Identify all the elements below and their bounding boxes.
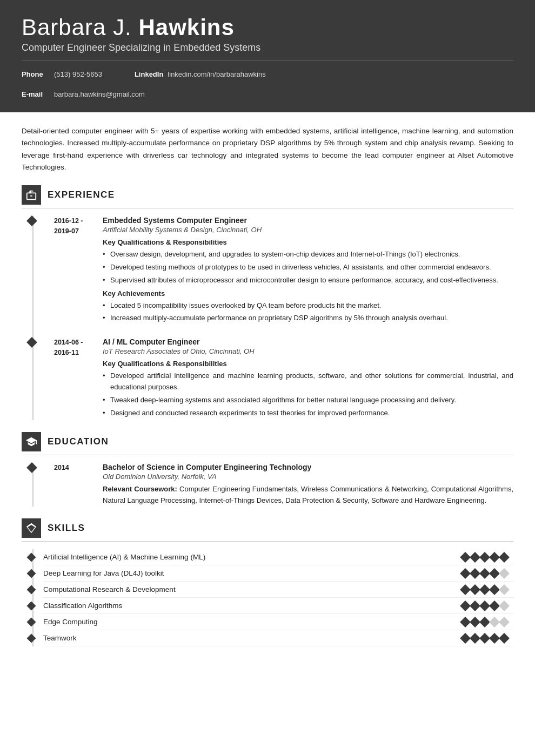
- skill-bullet-5: [27, 633, 36, 643]
- candidate-subtitle: Computer Engineer Specializing in Embedd…: [22, 42, 513, 53]
- entry-content-1: Embedded Systems Computer Engineer Artif…: [103, 216, 513, 326]
- job-title-2: AI / ML Computer Engineer: [103, 338, 513, 346]
- qual-item-1-1: Developed testing methods of prototypes …: [103, 262, 513, 273]
- entry-bullet-2: [26, 337, 37, 348]
- edu-content-1: Bachelor of Science in Computer Engineer…: [103, 463, 513, 507]
- qual-item-2-2: Designed and conducted research experime…: [103, 408, 513, 419]
- qual-label-1: Key Qualifications & Responsibilities: [103, 238, 513, 246]
- experience-timeline: 2016-12 - 2019-07 Embedded Systems Compu…: [22, 216, 513, 420]
- edu-date-1: 2014: [54, 463, 103, 507]
- education-entry-1: 2014 Bachelor of Science in Computer Eng…: [54, 463, 513, 507]
- entry-bullet-1: [26, 215, 37, 226]
- edu-degree-1: Bachelor of Science in Computer Engineer…: [103, 463, 513, 471]
- last-name: Hawkins: [138, 15, 234, 40]
- linkedin-label: LinkedIn: [135, 70, 163, 78]
- qual-item-1-2: Supervised attributes of microprocessor …: [103, 275, 513, 286]
- skill-dots-1: [462, 570, 508, 577]
- header-divider: [22, 60, 513, 60]
- contact-info-row2: E-mail barbara.hawkins@gmail.com: [22, 90, 513, 100]
- skill-dots-2: [462, 586, 508, 593]
- experience-title: EXPERIENCE: [48, 190, 115, 200]
- skills-icon: [22, 518, 41, 538]
- skill-dot-1-4: [499, 568, 510, 579]
- phone-value: (513) 952-5653: [54, 70, 102, 78]
- skill-name-0: Artificial Intelligence (AI) & Machine L…: [43, 553, 462, 561]
- skill-item-5: Teamwork: [43, 630, 513, 646]
- skill-dot-2-4: [499, 584, 510, 595]
- linkedin-value: linkedin.com/in/barbarahawkins: [168, 70, 265, 78]
- achieve-item-1-1: Increased multiply-accumulate performanc…: [103, 313, 513, 324]
- qualifications-list-1: Oversaw design, development, and upgrade…: [103, 249, 513, 286]
- first-name: Barbara J.: [22, 15, 138, 40]
- skill-item-1: Deep Learning for Java (DL4J) toolkit: [43, 565, 513, 582]
- skill-name-2: Computational Research & Development: [43, 585, 462, 593]
- qual-label-2: Key Qualifications & Responsibilities: [103, 360, 513, 368]
- qual-item-1-0: Oversaw design, development, and upgrade…: [103, 249, 513, 260]
- contact-info: Phone (513) 952-5653 LinkedIn linkedin.c…: [22, 70, 513, 80]
- education-icon: [22, 432, 41, 451]
- edu-bullet-1: [26, 463, 37, 474]
- education-section-header: EDUCATION: [22, 432, 513, 455]
- skills-section: SKILLS Artificial Intelligence (AI) & Ma…: [22, 518, 513, 646]
- skill-dots-3: [462, 602, 508, 610]
- qualifications-list-2: Developed artificial intelligence and ma…: [103, 370, 513, 418]
- skill-item-3: Classification Algorithms: [43, 598, 513, 614]
- experience-entry-2: 2014-06 - 2016-11 AI / ML Computer Engin…: [54, 338, 513, 420]
- contact-email: E-mail barbara.hawkins@gmail.com: [22, 90, 145, 98]
- skill-dot-3-4: [499, 600, 510, 611]
- qual-item-2-0: Developed artificial intelligence and ma…: [103, 370, 513, 393]
- skill-bullet-1: [27, 569, 36, 578]
- skill-bullet-3: [27, 601, 36, 610]
- coursework-label: Relevant Coursework:: [103, 485, 177, 493]
- skill-name-1: Deep Learning for Java (DL4J) toolkit: [43, 569, 462, 577]
- skill-dot-0-4: [499, 552, 510, 563]
- skill-item-2: Computational Research & Development: [43, 582, 513, 598]
- company-2: IoT Research Associates of Ohio, Cincinn…: [103, 347, 513, 355]
- education-section: EDUCATION 2014 Bachelor of Science in Co…: [22, 432, 513, 507]
- skill-dot-4-4: [499, 617, 510, 627]
- skill-item-4: Edge Computing: [43, 614, 513, 630]
- resume-main: Detail-oriented computer engineer with 5…: [0, 112, 535, 673]
- experience-icon: [22, 185, 41, 205]
- entry-date-2: 2014-06 - 2016-11: [54, 338, 103, 420]
- skills-title: SKILLS: [48, 523, 85, 534]
- svg-rect-0: [30, 195, 32, 197]
- email-label: E-mail: [22, 90, 50, 98]
- skill-bullet-2: [27, 585, 36, 594]
- phone-label: Phone: [22, 70, 50, 78]
- contact-linkedin: LinkedIn linkedin.com/in/barbarahawkins: [135, 70, 266, 78]
- qual-item-2-1: Tweaked deep-learning systems and associ…: [103, 395, 513, 406]
- edu-coursework-1: Relevant Coursework: Computer Engineerin…: [103, 484, 513, 507]
- experience-entry-1: 2016-12 - 2019-07 Embedded Systems Compu…: [54, 216, 513, 326]
- achieve-item-1-0: Located 5 incompatibility issues overloo…: [103, 300, 513, 312]
- summary-text: Detail-oriented computer engineer with 5…: [22, 125, 513, 173]
- skill-name-3: Classification Algorithms: [43, 602, 462, 610]
- resume-header: Barbara J. Hawkins Computer Engineer Spe…: [0, 0, 535, 112]
- skill-dots-5: [462, 634, 508, 642]
- skill-bullet-4: [27, 617, 36, 626]
- briefcase-icon: [25, 189, 37, 201]
- entry-date-1: 2016-12 - 2019-07: [54, 216, 103, 326]
- education-title: EDUCATION: [48, 436, 109, 447]
- contact-phone: Phone (513) 952-5653: [22, 70, 102, 78]
- email-value: barbara.hawkins@gmail.com: [54, 90, 145, 98]
- skill-dots-4: [462, 618, 508, 626]
- achieve-label-1: Key Achievements: [103, 289, 513, 298]
- entry-content-2: AI / ML Computer Engineer IoT Research A…: [103, 338, 513, 420]
- edu-school-1: Old Dominion University, Norfolk, VA: [103, 473, 513, 481]
- skills-section-header: SKILLS: [22, 518, 513, 542]
- candidate-name: Barbara J. Hawkins: [22, 15, 513, 40]
- experience-section-header: EXPERIENCE: [22, 185, 513, 208]
- skill-item-0: Artificial Intelligence (AI) & Machine L…: [43, 549, 513, 565]
- skills-list: Artificial Intelligence (AI) & Machine L…: [22, 549, 513, 646]
- education-timeline: 2014 Bachelor of Science in Computer Eng…: [22, 463, 513, 507]
- skill-bullet-0: [27, 552, 36, 562]
- skill-dots-0: [462, 554, 508, 561]
- skills-diamond-icon: [25, 522, 37, 534]
- experience-section: EXPERIENCE 2016-12 - 2019-07 Embedded Sy…: [22, 185, 513, 420]
- achievements-list-1: Located 5 incompatibility issues overloo…: [103, 300, 513, 325]
- job-title-1: Embedded Systems Computer Engineer: [103, 216, 513, 225]
- company-1: Artificial Mobility Systems & Design, Ci…: [103, 226, 513, 234]
- graduation-icon: [25, 436, 37, 448]
- skill-name-4: Edge Computing: [43, 618, 462, 626]
